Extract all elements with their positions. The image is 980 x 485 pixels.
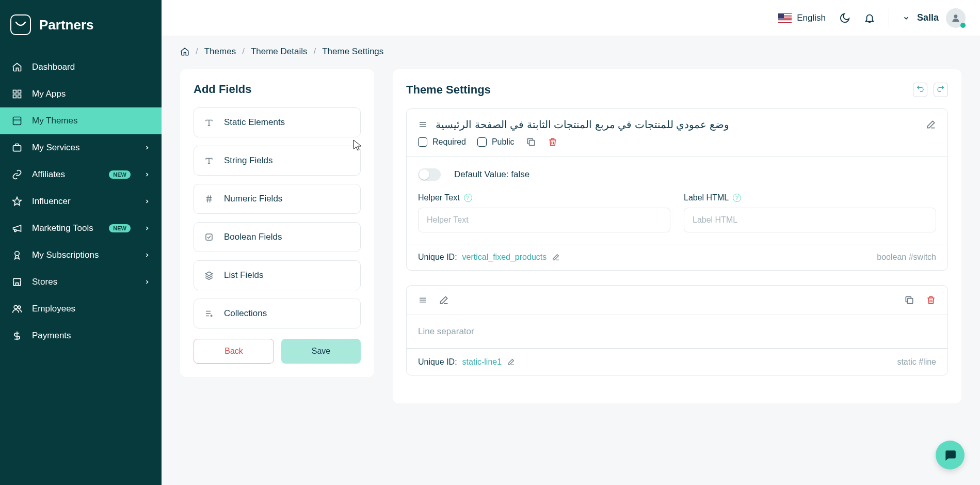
duplicate-icon[interactable] (526, 137, 536, 147)
delete-icon[interactable] (548, 137, 558, 147)
sidebar-item-label: My Services (32, 143, 80, 153)
field-type-static[interactable]: Static Elements (194, 107, 361, 137)
home-icon (11, 62, 23, 72)
svg-point-7 (14, 305, 18, 309)
topbar: English Salla (162, 0, 980, 36)
field-type-label: List Fields (224, 270, 264, 280)
text-icon (204, 118, 214, 127)
sidebar-item-label: Stores (32, 277, 57, 287)
edit-uid-icon[interactable] (552, 253, 560, 261)
field-type-label: Boolean Fields (224, 232, 282, 242)
breadcrumb-settings[interactable]: Theme Settings (322, 46, 383, 57)
svg-rect-12 (908, 299, 913, 304)
star-icon (11, 196, 23, 207)
avatar (946, 8, 966, 28)
helper-text-input[interactable] (418, 208, 670, 232)
svg-rect-10 (206, 234, 212, 240)
sidebar-item-label: Payments (32, 331, 71, 341)
field-type-label: String Fields (224, 155, 272, 166)
award-icon (11, 250, 23, 260)
sidebar-item-affiliates[interactable]: Affiliates NEW (0, 161, 162, 188)
delete-icon[interactable] (926, 295, 936, 305)
theme-settings-title: Theme Settings (406, 83, 491, 97)
language-switcher[interactable]: English (778, 13, 826, 23)
sidebar-item-themes[interactable]: My Themes (0, 107, 162, 134)
checkbox-icon (418, 137, 427, 147)
store-icon (11, 277, 23, 287)
sidebar-item-label: Marketing Tools (32, 223, 93, 233)
new-badge: NEW (109, 170, 131, 179)
field-type-boolean[interactable]: Boolean Fields (194, 222, 361, 252)
sidebar-item-stores[interactable]: Stores (0, 269, 162, 295)
label-html-label: Label HTML (684, 193, 729, 202)
field-type-list[interactable]: List Fields (194, 260, 361, 290)
save-button[interactable]: Save (281, 339, 361, 364)
undo-button[interactable] (913, 83, 927, 97)
duplicate-icon[interactable] (904, 295, 914, 305)
brand-logo-icon (10, 14, 31, 35)
back-button[interactable]: Back (194, 339, 274, 364)
required-checkbox[interactable]: Required (418, 137, 466, 147)
breadcrumb-sep: / (196, 46, 198, 57)
sidebar-item-employees[interactable]: Employees (0, 295, 162, 322)
field-type-collections[interactable]: Collections (194, 299, 361, 328)
add-fields-title: Add Fields (194, 83, 361, 96)
notifications-button[interactable] (864, 12, 875, 24)
theme-settings-card: Theme Settings وضع عمودي للمنتجات في مرب… (393, 69, 961, 403)
sidebar-item-apps[interactable]: My Apps (0, 81, 162, 107)
sidebar: Partners Dashboard My Apps My Themes My … (0, 0, 162, 485)
breadcrumb-sep: / (314, 46, 316, 57)
drag-handle-icon[interactable] (418, 120, 427, 129)
edit-icon[interactable] (926, 119, 936, 130)
us-flag-icon (778, 13, 792, 23)
checkbox-icon (477, 137, 487, 147)
list-plus-icon (204, 309, 214, 318)
chat-fab[interactable] (936, 441, 965, 470)
dark-mode-toggle[interactable] (839, 12, 850, 24)
drag-handle-icon[interactable] (418, 295, 427, 305)
uid-value: static-line1 (462, 357, 502, 367)
sidebar-item-label: My Themes (32, 116, 78, 126)
field-type-string[interactable]: String Fields (194, 146, 361, 176)
field-type-label: Collections (224, 308, 267, 319)
chevron-down-icon (903, 14, 910, 22)
help-icon[interactable]: ? (733, 194, 741, 202)
setting-block-1: وضع عمودي للمنتجات في مربع المنتجات الثا… (406, 108, 948, 271)
field-type-label: Numeric Fields (224, 194, 282, 204)
sidebar-item-dashboard[interactable]: Dashboard (0, 54, 162, 81)
svg-rect-0 (13, 90, 17, 93)
edit-uid-icon[interactable] (507, 358, 515, 366)
uid-value: vertical_fixed_products (462, 253, 547, 262)
default-value-toggle[interactable] (418, 168, 441, 181)
chevron-right-icon (144, 225, 150, 231)
sidebar-item-payments[interactable]: Payments (0, 322, 162, 349)
dollar-icon (11, 331, 23, 341)
content: / Themes / Theme Details / Theme Setting… (162, 36, 980, 414)
svg-point-8 (18, 306, 21, 308)
main: English Salla / Themes / Theme Details /… (162, 0, 980, 485)
new-badge: NEW (109, 224, 131, 232)
breadcrumb-themes[interactable]: Themes (204, 46, 236, 57)
label-html-input[interactable] (684, 208, 936, 232)
breadcrumb-details[interactable]: Theme Details (251, 46, 308, 57)
field-type-numeric[interactable]: Numeric Fields (194, 184, 361, 214)
helper-text-label: Helper Text (418, 193, 460, 202)
public-checkbox[interactable]: Public (477, 137, 515, 147)
redo-button[interactable] (934, 83, 948, 97)
edit-icon[interactable] (439, 295, 449, 305)
sidebar-item-label: Dashboard (32, 62, 75, 72)
sidebar-item-services[interactable]: My Services (0, 134, 162, 161)
uid-label: Unique ID: (418, 357, 457, 367)
svg-point-6 (15, 252, 19, 256)
sidebar-item-marketing[interactable]: Marketing Tools NEW (0, 215, 162, 242)
home-icon[interactable] (180, 47, 189, 56)
sidebar-item-subscriptions[interactable]: My Subscriptions (0, 242, 162, 269)
user-menu[interactable]: Salla (903, 8, 966, 28)
sidebar-item-influencer[interactable]: Influencer (0, 188, 162, 215)
field-type-label: Static Elements (224, 117, 285, 128)
help-icon[interactable]: ? (464, 194, 472, 202)
users-icon (11, 304, 23, 314)
svg-rect-5 (13, 146, 21, 151)
chevron-right-icon (144, 252, 150, 258)
breadcrumb: / Themes / Theme Details / Theme Setting… (180, 46, 961, 57)
